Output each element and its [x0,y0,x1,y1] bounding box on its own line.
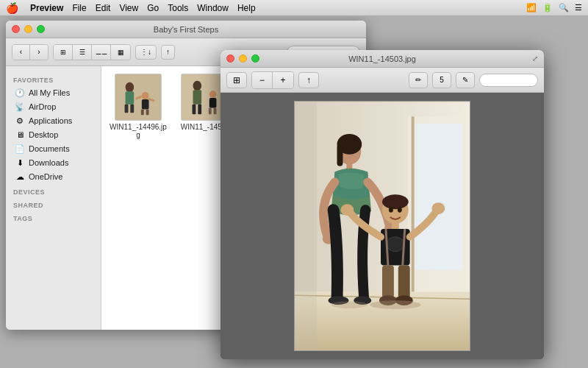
documents-label: Documents [29,144,70,153]
preview-view-button[interactable]: ⊞ [226,72,247,88]
svg-point-1 [126,82,135,93]
svg-rect-17 [209,98,217,108]
documents-icon: 📄 [15,144,25,154]
svg-rect-44 [382,266,394,299]
svg-rect-29 [337,144,343,166]
preview-expand-icon[interactable]: ⤢ [532,54,538,63]
tags-label: TAGS [6,210,101,224]
svg-rect-19 [214,108,217,115]
svg-rect-7 [141,109,144,115]
devices-label: DEVICES [6,184,101,197]
menubar: 🍎 Preview File Edit View Go Tools Window… [0,0,588,16]
file-thumbnail [115,74,162,121]
svg-rect-14 [193,105,196,115]
preview-close-button[interactable] [226,54,234,63]
sidebar: FAVORITES 🕐 All My Files 📡 AirDrop ⚙ App… [6,66,101,330]
preview-content [220,93,544,359]
finder-titlebar: Baby's First Steps [6,21,366,38]
sidebar-item-applications[interactable]: ⚙ Applications [9,114,98,127]
onedrive-label: OneDrive [29,172,62,181]
zoom-in-button[interactable]: + [273,72,293,88]
applications-icon: ⚙ [15,116,25,126]
shared-label: SHARED [6,197,101,210]
sidebar-item-onedrive[interactable]: ☁ OneDrive [9,170,98,183]
menu-go[interactable]: Go [147,3,159,13]
applications-label: Applications [29,116,72,125]
photo-display [294,101,470,351]
share-button[interactable]: ↑ [161,45,175,60]
svg-rect-26 [295,102,317,350]
icon-view-button[interactable]: ⊞ [54,45,73,60]
menu-preview[interactable]: Preview [30,3,63,13]
column-view-button[interactable]: ⚊⚊ [92,45,111,60]
menu-window[interactable]: Window [197,3,229,13]
airdrop-icon: 📡 [15,102,25,112]
svg-rect-39 [392,222,399,230]
svg-point-38 [398,208,402,213]
arrange-button[interactable]: ⋮↓ [135,45,157,60]
close-button[interactable] [12,25,20,33]
preview-share-button[interactable]: ↑ [298,72,319,88]
zoom-buttons: − + [251,71,294,89]
svg-rect-45 [398,266,410,299]
svg-point-12 [193,81,202,91]
search-icon[interactable]: 🔍 [559,3,569,13]
sidebar-item-all-my-files[interactable]: 🕐 All My Files [9,86,98,99]
svg-point-37 [389,208,393,213]
svg-rect-13 [193,90,202,104]
preview-titlebar: WIN11_-14503.jpg ⤢ [220,50,544,68]
svg-rect-24 [415,124,462,269]
downloads-icon: ⬇ [15,158,25,168]
preview-search-input[interactable] [479,74,538,87]
wifi-icon: 📶 [526,3,537,13]
edit-button[interactable]: ✏ [409,72,428,88]
menu-file[interactable]: File [72,3,86,13]
svg-point-16 [209,91,217,98]
file-name: WIN11_-14496.jpg [109,123,168,139]
svg-rect-8 [146,109,149,115]
apple-menu[interactable]: 🍎 [6,2,18,14]
maximize-button[interactable] [37,25,45,33]
svg-rect-18 [209,108,212,115]
list-icon[interactable]: ☰ [575,3,582,13]
cover-flow-button[interactable]: ▦ [111,45,130,60]
photo-svg [295,102,470,350]
sidebar-item-downloads[interactable]: ⬇ Downloads [9,156,98,169]
svg-point-48 [370,300,420,309]
svg-rect-6 [142,99,149,110]
svg-point-43 [431,202,445,214]
menu-help[interactable]: Help [237,3,256,13]
minimize-button[interactable] [24,25,32,33]
svg-point-5 [142,92,149,100]
desktop-label: Desktop [29,130,58,139]
list-view-button[interactable]: ☰ [73,45,92,60]
svg-point-36 [382,194,409,209]
sidebar-item-documents[interactable]: 📄 Documents [9,142,98,155]
menu-view[interactable]: View [119,3,138,13]
page-number: 5 [432,72,451,88]
svg-rect-25 [412,116,415,291]
preview-minimize-button[interactable] [239,54,247,63]
thumbnail-image [115,74,161,121]
preview-maximize-button[interactable] [251,54,259,63]
zoom-out-button[interactable]: − [252,72,273,88]
battery-icon: 🔋 [542,3,553,13]
sidebar-item-desktop[interactable]: 🖥 Desktop [9,128,98,141]
back-button[interactable]: ‹ [12,45,30,60]
list-item[interactable]: WIN11_-14496.jpg [109,74,168,139]
svg-rect-2 [126,91,135,104]
svg-rect-4 [130,105,134,113]
preview-window: WIN11_-14503.jpg ⤢ ⊞ − + ↑ ✏ 5 ✎ [220,50,544,359]
annotate-button[interactable]: ✎ [456,72,475,88]
svg-point-49 [331,301,368,308]
downloads-label: Downloads [29,158,68,167]
svg-rect-15 [198,105,201,115]
menu-tools[interactable]: Tools [168,3,188,13]
all-my-files-label: All My Files [29,88,70,97]
svg-point-41 [387,237,404,252]
sidebar-item-airdrop[interactable]: 📡 AirDrop [9,100,98,113]
airdrop-label: AirDrop [29,102,56,111]
forward-button[interactable]: › [30,45,48,60]
svg-rect-3 [125,105,129,113]
menu-edit[interactable]: Edit [96,3,111,13]
